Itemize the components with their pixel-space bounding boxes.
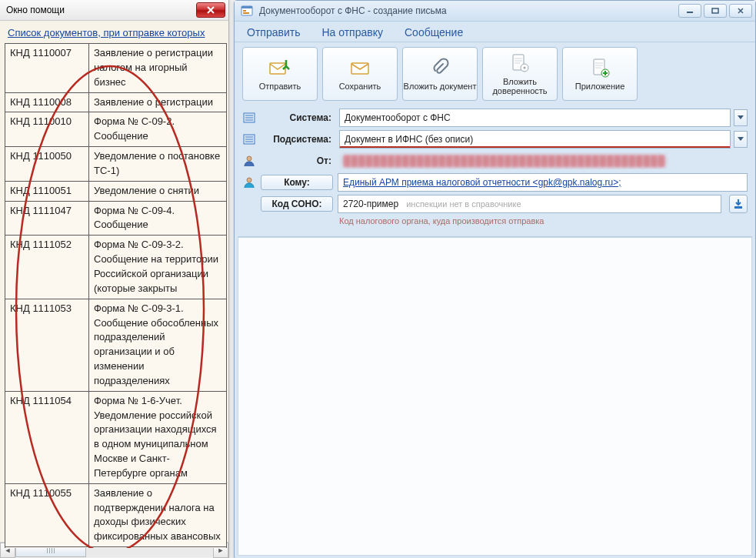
table-row: КНД 1111052Форма № С-09-3-2. Сообщение н…: [5, 236, 227, 299]
subsystem-dropdown[interactable]: Документ в ИФНС (без описи): [339, 130, 748, 149]
doc-code: КНД 1110010: [5, 112, 89, 147]
attach-document-button[interactable]: Вложить документ: [402, 47, 478, 101]
help-heading-link[interactable]: Список документов, при отправке которых: [5, 27, 227, 43]
button-label: Сохранить: [339, 82, 381, 91]
table-row: КНД 1110051Уведомление о снятии: [5, 181, 227, 201]
table-row: КНД 1110008Заявление о регистрации: [5, 92, 227, 112]
tab-message[interactable]: Сообщение: [405, 26, 463, 42]
doc-text: Форма № С-09-4. Сообщение: [89, 201, 227, 236]
button-label: Вложить доверенность: [483, 77, 557, 95]
send-button[interactable]: Отправить: [242, 47, 318, 101]
table-row: КНД 1111053Форма № С-09-3-1. Сообщение о…: [5, 299, 227, 391]
to-field[interactable]: Единый АРМ приема налоговой отчетности <…: [338, 173, 748, 192]
help-body: Список документов, при отправке которых …: [0, 21, 228, 548]
svg-rect-4: [243, 12, 249, 14]
message-content-pane[interactable]: [238, 236, 752, 556]
subsystem-row: Подсистема: Документ в ИФНС (без описи): [242, 130, 748, 149]
svg-point-11: [524, 67, 526, 69]
svg-rect-6: [712, 8, 718, 13]
button-label: Отправить: [259, 82, 301, 91]
close-button[interactable]: [729, 4, 752, 18]
doc-text: Заявление о применении проектов, для кот…: [89, 547, 227, 548]
sono-lookup-button[interactable]: [729, 195, 748, 213]
doc-code: КНД 1111053: [5, 299, 89, 391]
doc-code: КНД 1110051: [5, 181, 89, 201]
list-icon: [242, 111, 256, 125]
document-add-icon: [588, 57, 612, 79]
doc-code: КНД 1110056: [5, 547, 89, 548]
system-dropdown[interactable]: Документооборот с ФНС: [339, 109, 748, 127]
table-row: КНД 1110056Заявление о применении проект…: [5, 547, 227, 548]
svg-rect-3: [243, 10, 246, 12]
to-button[interactable]: Кому:: [261, 175, 333, 190]
paperclip-icon: [428, 57, 452, 79]
close-icon: [206, 6, 215, 14]
window-buttons: [678, 4, 752, 18]
minimize-button[interactable]: [678, 4, 701, 18]
doc-code: КНД 1110008: [5, 92, 89, 112]
sono-hint: Код налогового органа, куда производится…: [242, 216, 748, 226]
svg-rect-8: [351, 63, 368, 74]
system-field[interactable]: Документооборот с ФНС: [339, 109, 731, 127]
dropdown-caret[interactable]: [734, 109, 748, 126]
list-icon: [242, 132, 256, 146]
tabs: Отправить На отправку Сообщение: [235, 22, 755, 42]
attach-poa-button[interactable]: Вложить доверенность: [482, 47, 558, 101]
button-label: Приложение: [575, 82, 625, 91]
doc-text: Уведомление о постановке ТС-1): [89, 147, 227, 182]
doc-code: КНД 1110055: [5, 483, 89, 546]
help-close-button[interactable]: [196, 2, 225, 18]
svg-point-17: [247, 178, 251, 182]
envelope-send-icon: [268, 57, 292, 79]
button-label: Вложить документ: [404, 82, 477, 91]
sono-value: 2720-пример: [343, 199, 398, 209]
doc-text: Заявление о подтверждении налога на дохо…: [89, 483, 227, 546]
toolbar: Отправить Сохранить Вложить документ Вло…: [235, 42, 755, 105]
help-titlebar: Окно помощи: [0, 0, 228, 21]
table-row: КНД 1110050Уведомление о постановке ТС-1…: [5, 147, 227, 182]
from-label: От:: [261, 155, 335, 166]
user-icon: [242, 154, 256, 168]
doc-text: Форма № 1-6-Учет. Уведомление российской…: [89, 391, 227, 483]
system-row: Система: Документооборот с ФНС: [242, 109, 748, 127]
main-titlebar: Документооборот с ФНС - создание письма: [235, 1, 755, 22]
tab-send[interactable]: Отправить: [247, 26, 300, 42]
table-row: КНД 1110007Заявление о регистрации налог…: [5, 44, 227, 93]
save-button[interactable]: Сохранить: [322, 47, 398, 101]
blank-icon: [242, 197, 256, 211]
table-row: КНД 1110055Заявление о подтверждении нал…: [5, 483, 227, 546]
doc-text: Форма № С-09-3-1. Сообщение обособленных…: [89, 299, 227, 391]
to-row: Кому: Единый АРМ приема налоговой отчетн…: [242, 173, 748, 192]
table-row: КНД 1111047Форма № С-09-4. Сообщение: [5, 201, 227, 236]
maximize-button[interactable]: [704, 4, 727, 18]
doc-text: Форма № С-09-3-2. Сообщение на территори…: [89, 236, 227, 299]
to-value: Единый АРМ приема налоговой отчетности <…: [343, 177, 621, 188]
sono-inline-hint: инспекции нет в справочнике: [406, 199, 521, 209]
doc-code: КНД 1111047: [5, 201, 89, 236]
subsystem-label: Подсистема:: [261, 134, 335, 145]
subsystem-field[interactable]: Документ в ИФНС (без описи): [339, 130, 731, 149]
svg-rect-5: [687, 12, 693, 13]
doc-text: Заявление о регистрации: [89, 92, 227, 112]
envelope-icon: [348, 57, 372, 79]
svg-rect-18: [734, 206, 742, 209]
doc-text: Форма № С-09-2. Сообщение: [89, 112, 227, 147]
doc-code: КНД 1111052: [5, 236, 89, 299]
form-area: Система: Документооборот с ФНС Подсистем…: [235, 105, 755, 232]
sono-button[interactable]: Код СОНО:: [261, 196, 333, 212]
svg-rect-2: [241, 6, 252, 8]
sono-field[interactable]: 2720-пример инспекции нет в справочнике: [338, 195, 721, 213]
main-window: Документооборот с ФНС - создание письма …: [234, 0, 756, 558]
attachment-app-button[interactable]: Приложение: [562, 47, 638, 101]
dropdown-caret[interactable]: [734, 131, 748, 148]
doc-text: Заявление о регистрации налогом на игорн…: [89, 44, 227, 93]
help-title: Окно помощи: [6, 5, 191, 15]
tab-outbox[interactable]: На отправку: [321, 26, 383, 42]
svg-point-16: [247, 156, 251, 161]
main-window-title: Документооборот с ФНС - создание письма: [259, 5, 672, 16]
document-gear-icon: [508, 52, 532, 74]
sono-row: Код СОНО: 2720-пример инспекции нет в сп…: [242, 195, 748, 213]
table-row: КНД 1110010Форма № С-09-2. Сообщение: [5, 112, 227, 147]
from-row: От: ████████████████████████████████████…: [242, 152, 748, 170]
help-table: КНД 1110007Заявление о регистрации налог…: [5, 43, 227, 548]
